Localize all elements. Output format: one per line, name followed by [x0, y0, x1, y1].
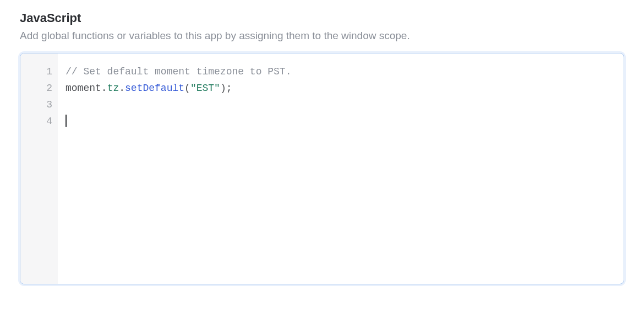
- code-token-property: tz: [107, 83, 119, 94]
- code-editor[interactable]: 1 2 3 4 // Set default moment timezone t…: [20, 53, 624, 284]
- code-token-dot: .: [101, 83, 107, 94]
- code-line: // Set default moment timezone to PST.: [66, 63, 616, 80]
- code-token-paren: (: [184, 83, 190, 94]
- code-token-object: moment: [66, 83, 101, 94]
- line-number: 3: [35, 96, 52, 113]
- code-line: [66, 113, 616, 129]
- section-subtitle: Add global functions or variables to thi…: [20, 30, 624, 42]
- code-token-semicolon: ;: [226, 83, 232, 94]
- code-token-string: "EST": [190, 83, 220, 94]
- code-line: [66, 96, 616, 113]
- code-comment: // Set default moment timezone to PST.: [66, 66, 291, 77]
- line-number: 4: [35, 113, 52, 129]
- code-token-dot: .: [119, 83, 125, 94]
- code-line: moment.tz.setDefault("EST");: [66, 80, 616, 96]
- code-content[interactable]: // Set default moment timezone to PST.mo…: [58, 53, 624, 284]
- section-title: JavaScript: [20, 11, 624, 25]
- code-token-method: setDefault: [125, 83, 184, 94]
- line-number-gutter: 1 2 3 4: [20, 53, 58, 284]
- line-number: 1: [35, 63, 52, 80]
- text-cursor: [66, 115, 67, 127]
- line-number: 2: [35, 80, 52, 96]
- code-token-paren: ): [220, 83, 226, 94]
